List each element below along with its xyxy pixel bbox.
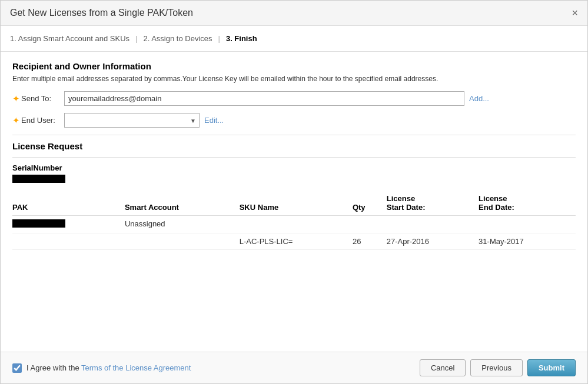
- send-to-row: ✦ Send To: Add...: [12, 91, 576, 106]
- end-user-select-wrapper: ▼: [64, 113, 200, 128]
- table-row-sku: L-AC-PLS-LIC= 26 27-Apr-2016 31-May-2017: [12, 233, 576, 250]
- license-table: PAK Smart Account SKU Name Qty LicenseSt…: [12, 191, 576, 250]
- dialog-header: Get New Licenses from a Single PAK/Token…: [1, 1, 587, 26]
- table-header-row: PAK Smart Account SKU Name Qty LicenseSt…: [12, 191, 576, 216]
- step1: 1. Assign Smart Account and SKUs: [10, 34, 129, 43]
- col-smart-account: Smart Account: [125, 191, 240, 216]
- submit-button[interactable]: Submit: [527, 359, 576, 376]
- pak-cell: [12, 216, 125, 233]
- col-pak: PAK: [12, 191, 125, 216]
- agree-checkbox[interactable]: [12, 363, 22, 373]
- smart-account-cell-2: [125, 233, 240, 250]
- add-button[interactable]: Add...: [469, 94, 489, 103]
- step-separator-2: |: [218, 34, 220, 43]
- col-license-start: LicenseStart Date:: [387, 191, 479, 216]
- sku-name-cell-2: L-AC-PLS-LIC=: [240, 233, 353, 250]
- start-date-cell-2: 27-Apr-2016: [387, 233, 479, 250]
- edit-button[interactable]: Edit...: [204, 116, 224, 125]
- serial-number-label: SerialNumber: [12, 163, 576, 172]
- license-section-title: License Request: [12, 141, 576, 151]
- step-separator-1: |: [135, 34, 137, 43]
- sku-name-cell: [240, 216, 353, 233]
- close-button[interactable]: ×: [572, 8, 578, 18]
- dialog-body: Recipient and Owner Information Enter mu…: [1, 52, 587, 352]
- pak-value: [12, 219, 65, 228]
- main-dialog: Get New Licenses from a Single PAK/Token…: [0, 0, 588, 384]
- qty-cell-2: 26: [353, 233, 387, 250]
- terms-link[interactable]: Terms of the License Agreement: [81, 363, 191, 372]
- steps-bar: 1. Assign Smart Account and SKUs | 2. As…: [1, 26, 587, 52]
- footer-left: I Agree with the Terms of the License Ag…: [12, 363, 191, 373]
- recipient-section-title: Recipient and Owner Information: [12, 61, 576, 71]
- send-to-label: ✦ Send To:: [12, 94, 59, 104]
- serial-number-value: [12, 175, 65, 183]
- pak-cell-2: [12, 233, 125, 250]
- end-user-required-star: ✦: [12, 115, 20, 126]
- end-user-row: ✦ End User: ▼ Edit...: [12, 113, 576, 128]
- smart-account-cell: Unassigned: [125, 216, 240, 233]
- step2: 2. Assign to Devices: [143, 34, 212, 43]
- dialog-footer: I Agree with the Terms of the License Ag…: [1, 352, 587, 383]
- dialog-title: Get New Licenses from a Single PAK/Token: [10, 8, 193, 18]
- qty-cell: [353, 216, 387, 233]
- end-user-select[interactable]: [64, 113, 200, 128]
- step3: 3. Finish: [226, 34, 257, 43]
- previous-button[interactable]: Previous: [470, 359, 523, 376]
- divider-1: [12, 135, 576, 135]
- send-to-required-star: ✦: [12, 94, 20, 104]
- table-row: Unassigned: [12, 216, 576, 233]
- agree-text: I Agree with the Terms of the License Ag…: [26, 363, 191, 372]
- end-date-cell: [479, 216, 576, 233]
- send-to-input[interactable]: [64, 91, 464, 106]
- end-date-cell-2: 31-May-2017: [479, 233, 576, 250]
- end-user-label: ✦ End User:: [12, 115, 59, 126]
- cancel-button[interactable]: Cancel: [420, 359, 466, 376]
- recipient-section-desc: Enter multiple email addresses separated…: [12, 75, 576, 83]
- col-sku-name: SKU Name: [240, 191, 353, 216]
- col-license-end: LicenseEnd Date:: [479, 191, 576, 216]
- footer-right: Cancel Previous Submit: [420, 359, 576, 376]
- divider-2: [12, 157, 576, 158]
- agree-checkbox-wrapper[interactable]: [12, 363, 22, 373]
- col-qty: Qty: [353, 191, 387, 216]
- start-date-cell: [387, 216, 479, 233]
